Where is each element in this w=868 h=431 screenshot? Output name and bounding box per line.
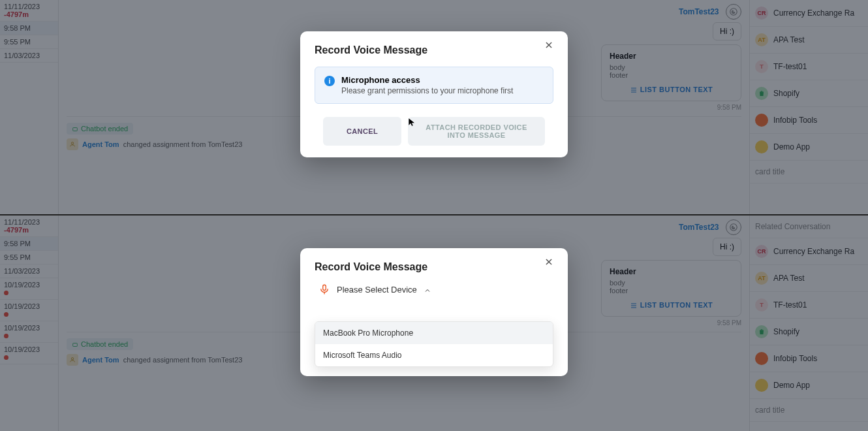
modal-title: Record Voice Message <box>315 44 553 56</box>
close-button[interactable] <box>544 40 559 55</box>
microphone-icon <box>318 283 330 295</box>
microphone-alert: i Microphone access Please grant permiss… <box>315 67 553 104</box>
close-button[interactable] <box>544 257 559 272</box>
record-voice-modal: Record Voice Message i Microphone access… <box>300 31 568 157</box>
cancel-button[interactable]: CANCEL <box>323 117 401 146</box>
svg-rect-16 <box>323 285 326 290</box>
modal-overlay: Record Voice Message i Microphone access… <box>0 0 868 214</box>
alert-body: Please grant permissions to your microph… <box>341 86 513 95</box>
device-select[interactable]: Please Select Device <box>315 283 553 295</box>
device-dropdown: MacBook Pro Microphone Microsoft Teams A… <box>315 321 553 367</box>
device-select-label: Please Select Device <box>337 285 417 295</box>
info-icon: i <box>324 76 335 86</box>
modal-title: Record Voice Message <box>315 261 553 273</box>
record-voice-modal: Record Voice Message Please Select Devic… <box>300 248 568 376</box>
attach-button: ATTACH RECORDED VOICE INTO MESSAGE <box>408 117 545 146</box>
alert-title: Microphone access <box>341 75 513 85</box>
chevron-up-icon <box>424 285 431 293</box>
device-option[interactable]: MacBook Pro Microphone <box>315 322 553 344</box>
modal-overlay: Record Voice Message Please Select Devic… <box>0 216 868 431</box>
device-option[interactable]: Microsoft Teams Audio <box>315 344 553 366</box>
